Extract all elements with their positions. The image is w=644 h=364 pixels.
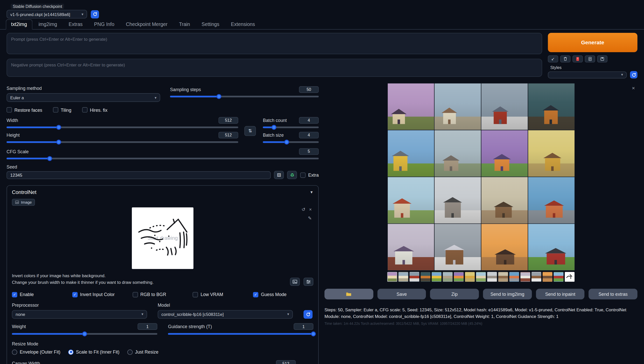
- preprocessor-dropdown[interactable]: none ▾: [12, 310, 147, 318]
- width-track[interactable]: [7, 127, 238, 128]
- refresh-styles-button[interactable]: [630, 71, 637, 78]
- checkbox-invert-input-color[interactable]: Invert Input Color: [72, 292, 133, 297]
- guidance-strength-input[interactable]: 1: [294, 323, 313, 330]
- gallery-image-2[interactable]: [434, 83, 481, 130]
- thumbnail-11[interactable]: [498, 272, 508, 282]
- gallery-image-9[interactable]: [387, 177, 434, 223]
- thumbnail-9[interactable]: [476, 272, 486, 282]
- slider-knob[interactable]: [216, 94, 221, 99]
- slider-knob[interactable]: [57, 140, 61, 145]
- gallery-image-5[interactable]: [387, 130, 434, 176]
- gallery-image-16[interactable]: [528, 224, 574, 270]
- gallery-image-1[interactable]: [387, 83, 434, 130]
- sampling-method-dropdown[interactable]: Euler a ▾: [7, 93, 160, 102]
- brush-settings-button[interactable]: [303, 277, 313, 286]
- thumbnail-2[interactable]: [398, 272, 408, 282]
- cfg-scale-input[interactable]: 5: [299, 148, 319, 155]
- sampling-steps-input[interactable]: 50: [299, 86, 319, 93]
- model-dropdown[interactable]: control_scribble-fp16 [c508311e] ▾: [158, 310, 293, 318]
- gallery-image-4[interactable]: [528, 83, 574, 130]
- thumbnail-16[interactable]: [554, 272, 564, 282]
- checkbox-rgb-to-bgr[interactable]: RGB to BGR: [133, 292, 193, 297]
- radio-just-resize[interactable]: Just Resize: [127, 349, 158, 355]
- thumbnail-5[interactable]: [432, 272, 442, 282]
- thumbnail-1[interactable]: [387, 272, 397, 282]
- gallery-image-14[interactable]: [434, 224, 481, 270]
- radio-scale-to-fit-inner-fit[interactable]: Scale to Fit (Inner Fit): [68, 349, 119, 355]
- thumbnail-7[interactable]: [454, 272, 464, 282]
- seed-input[interactable]: 12345: [7, 171, 271, 179]
- refresh-checkpoint-button[interactable]: [91, 10, 99, 18]
- checkbox-guess-mode[interactable]: Guess Mode: [253, 292, 313, 297]
- batch-count-input[interactable]: 4: [299, 117, 319, 123]
- gallery-image-15[interactable]: [481, 224, 527, 270]
- prompt-input[interactable]: [7, 33, 542, 54]
- zip-button[interactable]: Zip: [430, 289, 479, 299]
- save-style-button[interactable]: [597, 55, 607, 62]
- tab-image[interactable]: Image: [12, 199, 35, 206]
- slider-knob[interactable]: [311, 331, 316, 336]
- width-input[interactable]: 512: [218, 117, 238, 123]
- thumbnail-8[interactable]: [465, 272, 475, 282]
- negative-prompt-input[interactable]: [7, 59, 542, 77]
- thumbnail-13[interactable]: [520, 272, 530, 282]
- close-gallery-button[interactable]: ×: [632, 86, 635, 91]
- thumbnail-14[interactable]: [531, 272, 541, 282]
- guidance-strength-track[interactable]: [168, 333, 313, 334]
- tab-extras[interactable]: Extras: [63, 19, 88, 30]
- gallery-image-12[interactable]: [528, 177, 574, 223]
- clear-prompt-button[interactable]: [560, 55, 570, 62]
- thumbnail-scribble-map[interactable]: [565, 272, 575, 282]
- save-button[interactable]: Save: [377, 289, 426, 299]
- thumbnail-4[interactable]: [421, 272, 430, 282]
- weight-track[interactable]: [12, 333, 157, 334]
- sampling-steps-track[interactable]: [170, 96, 319, 97]
- reuse-seed-button[interactable]: ♻: [287, 171, 297, 179]
- send-to-inpaint-button[interactable]: Send to inpaint: [536, 289, 584, 299]
- gallery-image-3[interactable]: [481, 83, 527, 130]
- checkbox-enable[interactable]: Enable: [12, 292, 72, 297]
- tab-extensions[interactable]: Extensions: [226, 19, 260, 30]
- checkbox-low-vram[interactable]: Low VRAM: [193, 292, 253, 297]
- generate-button[interactable]: Generate: [548, 33, 637, 52]
- batch-size-input[interactable]: 4: [299, 132, 319, 138]
- canvas-width-input[interactable]: 512: [276, 360, 296, 364]
- open-folder-button[interactable]: [325, 289, 373, 299]
- send-to-extras-button[interactable]: Send to extras: [589, 289, 637, 299]
- refresh-models-button[interactable]: [303, 310, 312, 318]
- slider-knob[interactable]: [57, 125, 61, 130]
- thumbnail-3[interactable]: [410, 272, 419, 282]
- slider-knob[interactable]: [47, 156, 52, 161]
- clear-canvas-icon[interactable]: ×: [309, 207, 312, 212]
- random-seed-button[interactable]: ⚄: [274, 171, 284, 179]
- thumbnail-10[interactable]: [487, 272, 497, 282]
- gallery-image-6[interactable]: [434, 130, 481, 176]
- slider-knob[interactable]: [82, 331, 87, 336]
- checkbox-extra[interactable]: Extra: [300, 172, 319, 178]
- gallery-image-10[interactable]: [434, 177, 481, 223]
- thumbnail-15[interactable]: [542, 272, 552, 282]
- slider-knob[interactable]: [272, 125, 276, 130]
- new-canvas-button[interactable]: [290, 277, 300, 286]
- swap-width-height-button[interactable]: ⇅: [244, 126, 256, 136]
- thumbnail-12[interactable]: [509, 272, 519, 282]
- cfg-scale-track[interactable]: [7, 158, 319, 159]
- tab-train[interactable]: Train: [174, 19, 195, 30]
- send-to-img2img-button[interactable]: Send to img2img: [483, 289, 532, 299]
- thumbnail-6[interactable]: [443, 272, 453, 282]
- gallery-image-7[interactable]: [481, 130, 527, 176]
- controlnet-accordion[interactable]: ControlNet ▼: [12, 189, 313, 195]
- batch-size-track[interactable]: [263, 141, 319, 143]
- tab-txt2img[interactable]: txt2img: [6, 19, 32, 30]
- batch-count-track[interactable]: [263, 127, 319, 128]
- styles-dropdown[interactable]: ▾: [548, 71, 627, 78]
- scribble-canvas[interactable]: Start drawing: [132, 207, 193, 269]
- radio-envelope-outer-fit[interactable]: Envelope (Outer Fit): [12, 349, 60, 355]
- gallery-image-8[interactable]: [528, 130, 574, 176]
- gallery-image-11[interactable]: [481, 177, 527, 223]
- paste-params-button[interactable]: ↙: [548, 55, 558, 62]
- tab-settings[interactable]: Settings: [196, 19, 225, 30]
- tab-img2img[interactable]: img2img: [33, 19, 62, 30]
- apply-style-button[interactable]: [585, 55, 595, 62]
- slider-knob[interactable]: [284, 140, 289, 145]
